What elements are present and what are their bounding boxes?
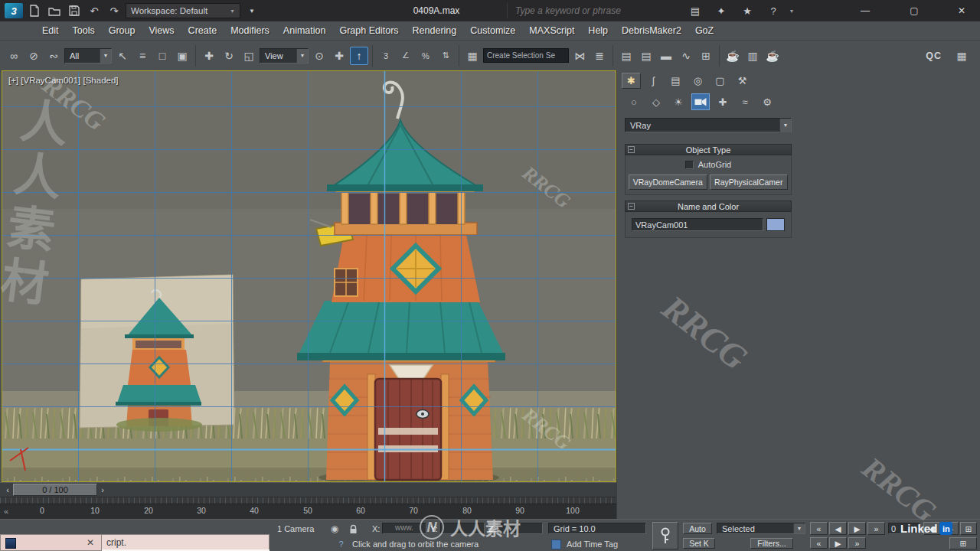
select-object-icon[interactable]: ↖ <box>113 47 132 65</box>
viewport-label[interactable]: [+] [VRayCam001] [Shaded] <box>8 76 119 85</box>
save-file-icon[interactable] <box>66 2 83 19</box>
menu-rendering[interactable]: Rendering <box>406 21 464 40</box>
favorites-star-icon[interactable]: ★ <box>740 2 755 19</box>
track-bar-range-icon[interactable]: « <box>4 507 8 516</box>
listener-close-icon[interactable]: ✕ <box>83 536 97 549</box>
percent-snap-icon[interactable]: % <box>416 47 435 65</box>
time-configuration-button[interactable]: ⊞ <box>960 522 977 535</box>
select-and-rotate-icon[interactable]: ↻ <box>220 47 238 65</box>
menu-maxscript[interactable]: MAXScript <box>522 21 581 40</box>
category-spacewarps-icon[interactable]: ≈ <box>736 93 754 110</box>
tab-hierarchy[interactable]: ▤ <box>666 73 685 89</box>
key-mode-button[interactable]: ▶ <box>942 522 959 535</box>
tab-modify[interactable]: ∫ <box>644 73 663 89</box>
perspective-viewport[interactable]: [+] [VRayCam001] [Shaded] <box>2 70 616 482</box>
menu-create[interactable]: Create <box>181 21 224 40</box>
tab-utilities[interactable]: ⚒ <box>733 73 752 89</box>
category-systems-icon[interactable]: ⚙ <box>758 93 776 110</box>
search-input[interactable] <box>515 5 676 16</box>
x-coordinate-input[interactable] <box>383 523 426 533</box>
menu-goz[interactable]: GoZ <box>688 21 720 40</box>
align-icon[interactable]: ≣ <box>590 47 609 65</box>
category-shapes-icon[interactable]: ◇ <box>647 93 665 110</box>
category-lights-icon[interactable]: ☀ <box>669 93 688 110</box>
help-icon[interactable]: ? <box>766 2 781 19</box>
help-dropdown-icon[interactable]: ▼ <box>784 2 799 19</box>
3dsmax-logo-icon[interactable]: 3 <box>5 3 23 18</box>
select-and-scale-icon[interactable]: ◱ <box>240 47 258 65</box>
menu-group[interactable]: Group <box>102 21 142 40</box>
vrayphysicalcamera-button[interactable]: RayPhysicalCamer <box>710 174 789 190</box>
edit-named-selection-sets-icon[interactable]: ▦ <box>463 47 482 65</box>
category-helpers-icon[interactable]: ✚ <box>714 93 732 110</box>
autogrid-checkbox[interactable] <box>685 161 694 169</box>
spinner-snap-icon[interactable]: ⇅ <box>436 47 455 65</box>
category-cameras-icon[interactable] <box>691 93 710 110</box>
goto-start-button[interactable]: « <box>810 522 828 535</box>
set-keys-button[interactable] <box>652 522 678 549</box>
menu-help[interactable]: Help <box>581 21 615 40</box>
select-and-place-icon[interactable]: ↑ <box>350 47 368 65</box>
key-filters-button[interactable]: Filters... <box>750 538 793 549</box>
workspace-dropdown[interactable]: Workspace: Default ▼ <box>126 3 240 18</box>
render-production-icon[interactable]: ☕ <box>763 47 782 65</box>
time-config-button[interactable]: ⊞ <box>949 537 977 549</box>
tab-create[interactable]: ✱ <box>622 73 641 89</box>
goto-end-button[interactable]: » <box>867 522 885 535</box>
viewport-scene[interactable] <box>2 71 616 481</box>
time-slider-track[interactable]: ‹ 0 / 100 › <box>0 482 617 497</box>
ribbon-toggle-icon[interactable]: ▬ <box>657 47 675 65</box>
schematic-view-icon[interactable]: ⊞ <box>697 47 715 65</box>
scene-explorer-icon[interactable]: ▤ <box>617 47 635 65</box>
track-bar-ruler[interactable] <box>0 497 617 504</box>
auto-key-button[interactable]: Auto <box>683 523 712 534</box>
mirror-icon[interactable]: ⋈ <box>570 47 589 65</box>
use-pivot-center-icon[interactable]: ⊙ <box>310 47 328 65</box>
object-name-field[interactable] <box>632 218 763 231</box>
collapse-icon[interactable]: − <box>628 203 635 210</box>
time-slider-thumb[interactable]: 0 / 100 <box>13 484 97 496</box>
rendered-frame-window-icon[interactable]: ▥ <box>743 47 762 65</box>
new-file-icon[interactable] <box>26 2 43 19</box>
close-button[interactable]: ✕ <box>948 1 975 21</box>
selection-lock-icon[interactable] <box>346 523 360 535</box>
qc-button[interactable]: QC <box>926 51 942 61</box>
maximize-button[interactable]: ▢ <box>900 1 928 21</box>
play-animation-button[interactable]: ▶ <box>829 537 847 549</box>
menu-tools[interactable]: Tools <box>66 21 102 40</box>
reference-coordinate-dropdown[interactable]: View ▼ <box>260 48 309 64</box>
current-frame-field[interactable] <box>888 523 920 534</box>
next-key-button[interactable]: ◀ <box>923 522 940 535</box>
collapse-icon[interactable]: − <box>628 146 635 153</box>
time-tag-icon[interactable] <box>551 540 561 549</box>
select-and-move-icon[interactable]: ✚ <box>200 47 218 65</box>
app-home-icon[interactable]: ✦ <box>714 2 729 19</box>
redo-icon[interactable]: ↷ <box>106 2 122 19</box>
menu-edit[interactable]: Edit <box>35 21 66 40</box>
unlink-selection-icon[interactable]: ⊘ <box>24 47 43 65</box>
next-frame-arrow-icon[interactable]: › <box>97 484 108 496</box>
select-and-manipulate-icon[interactable]: ✚ <box>330 47 348 65</box>
y-coordinate-input[interactable] <box>441 523 484 533</box>
bind-to-spacewarp-icon[interactable]: ∾ <box>44 47 63 65</box>
workspace-menu-arrow-icon[interactable]: ▼ <box>243 2 260 19</box>
play-button[interactable]: ▶ <box>848 522 866 535</box>
select-by-name-icon[interactable]: ≡ <box>133 47 152 65</box>
maxscript-mini-listener[interactable]: ✕ <box>0 534 102 551</box>
selected-filter-dropdown[interactable]: Selected ▼ <box>717 523 805 534</box>
open-file-icon[interactable] <box>46 2 63 19</box>
snaps-toggle-3d-icon[interactable]: 3 <box>377 47 395 65</box>
undo-icon[interactable]: ↶ <box>86 2 103 19</box>
category-geometry-icon[interactable]: ○ <box>625 93 643 110</box>
track-bar[interactable]: « 0 10 20 30 40 50 60 70 80 90 100 <box>0 497 617 519</box>
search-field[interactable] <box>507 3 684 18</box>
angle-snap-icon[interactable]: ∠ <box>397 47 415 65</box>
menu-views[interactable]: Views <box>142 21 181 40</box>
curve-editor-icon[interactable]: ∿ <box>677 47 695 65</box>
menu-modifiers[interactable]: Modifiers <box>224 21 276 40</box>
tab-display[interactable]: ▢ <box>710 73 730 89</box>
y-coordinate-field[interactable] <box>440 523 485 534</box>
current-frame-input[interactable] <box>889 523 920 533</box>
layer-explorer-icon[interactable]: ▤ <box>637 47 655 65</box>
window-crossing-icon[interactable]: ▣ <box>173 47 191 65</box>
